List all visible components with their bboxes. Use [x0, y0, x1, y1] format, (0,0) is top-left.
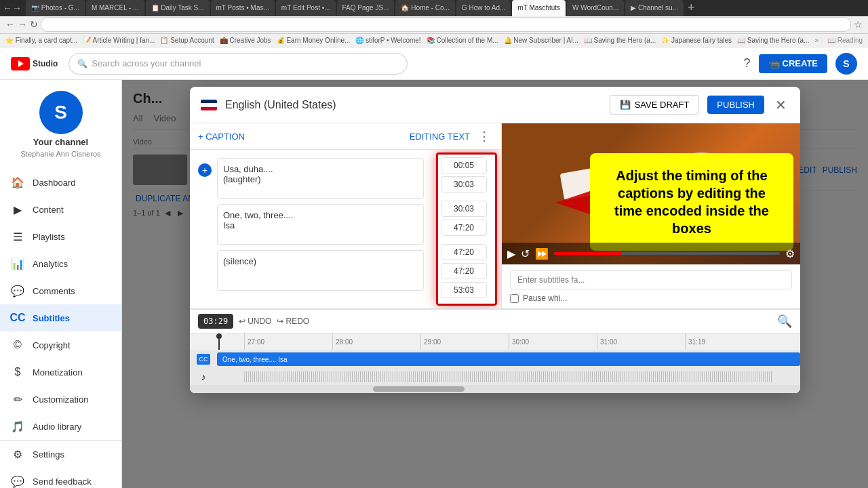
edit-as-text-button[interactable]: EDITING TEXT	[410, 131, 470, 142]
bookmark-stifor[interactable]: 🌐 stiforP • Welcome!	[355, 37, 420, 44]
captions-content: + Usa, duha....(laughter) One, two, thre…	[190, 150, 501, 308]
caption-track-icon: CC	[197, 354, 210, 365]
browser-toolbar: ← → ↻ studio.youtube.com/channel/UCiZTDm…	[0, 16, 868, 34]
annotation-box: Adjust the timing of the captions by edi…	[590, 153, 793, 251]
add-caption-1[interactable]: +	[198, 163, 212, 177]
browser-tab-how[interactable]: G How to Ad...	[456, 0, 511, 16]
sidebar-item-playlists[interactable]: ☰ Playlists	[0, 223, 121, 250]
refresh-icon[interactable]: ↻	[30, 19, 38, 30]
undo-icon: ↩	[239, 317, 245, 326]
sidebar-item-content[interactable]: ▶ Content	[0, 196, 121, 223]
timeline-ruler: 27:00 28:00 29:00 30:00 31:00 31:19	[190, 333, 800, 350]
bookmark-finally[interactable]: ⭐ Finally, a card capt...	[5, 37, 77, 44]
modal-title: English (United States)	[225, 99, 601, 111]
video-background: Adjust the timing of the captions by edi…	[502, 123, 800, 264]
search-bar[interactable]: 🔍 Search across your channel	[68, 53, 408, 75]
browser-tab-word[interactable]: W WordCoun...	[567, 0, 624, 16]
redo-button[interactable]: ↪ REDO	[277, 317, 309, 326]
browser-tab-posts[interactable]: mT Posts • Mas...	[211, 0, 275, 16]
address-bar[interactable]: studio.youtube.com/channel/UCiZTDmRoDOLN…	[41, 17, 851, 32]
sidebar-item-subtitles[interactable]: CC Subtitles	[0, 304, 121, 331]
browser-tab-home[interactable]: 🏠 Home - Co...	[395, 0, 454, 16]
sidebar-item-monetization[interactable]: $ Monetization	[0, 359, 121, 386]
sidebar: S Your channel Stephanie Ann Cisneros 🏠 …	[0, 80, 122, 488]
undo-button[interactable]: ↩ UNDO	[239, 317, 271, 326]
caption-text-2[interactable]: One, two, three....Isa	[217, 204, 424, 245]
bookmark-article[interactable]: 📝 Article Writing | fan...	[83, 37, 155, 44]
bookmark-fairy[interactable]: ✨ Japanese fairy tales	[661, 37, 732, 44]
forward-icon[interactable]: →	[18, 19, 27, 30]
browser-tab-edit[interactable]: mT Edit Post •...	[276, 0, 336, 16]
sidebar-avatar-letter: S	[54, 102, 67, 123]
time-box-2-end[interactable]	[441, 220, 487, 236]
rewind-button[interactable]: ↺	[521, 247, 530, 260]
user-avatar[interactable]: S	[835, 53, 857, 75]
bookmark-saving2[interactable]: 📖 Saving the Hero (a...	[737, 37, 810, 44]
browser-tab-channel[interactable]: ▶ Channel su...	[625, 0, 684, 16]
time-box-1-end[interactable]	[441, 176, 487, 192]
sidebar-item-comments[interactable]: 💬 Comments	[0, 277, 121, 304]
redo-label: REDO	[285, 317, 309, 326]
caption-item-3: (silence)	[190, 247, 432, 293]
comments-icon: 💬	[11, 284, 24, 298]
time-box-3-end1[interactable]	[441, 263, 487, 279]
bookmark-creative[interactable]: 💼 Creative Jobs	[220, 37, 271, 44]
captions-toolbar: + CAPTION EDITING TEXT ⋮	[190, 123, 501, 150]
video-controls: ▶ ↺ ⏩ ⚙	[502, 243, 800, 264]
sidebar-item-copyright[interactable]: © Copyright	[0, 331, 121, 359]
sidebar-item-dashboard[interactable]: 🏠 Dashboard	[0, 169, 121, 196]
ruler-mark-30: 30:00	[509, 333, 597, 350]
star-icon[interactable]: ☆	[854, 19, 863, 30]
browser-tab-marcel[interactable]: M MARCEL - ...	[86, 0, 144, 16]
camera-icon: 📹	[768, 58, 780, 69]
skip-button[interactable]: ⏩	[535, 247, 549, 260]
time-box-3-end2[interactable]	[441, 282, 487, 298]
bookmark-collection[interactable]: 📚 Collection of the M...	[427, 37, 498, 44]
caption-text-3[interactable]: (silence)	[217, 250, 424, 291]
sidebar-item-feedback[interactable]: 💬 Send feedback	[0, 468, 121, 488]
yt-studio-header: Studio 🔍 Search across your channel ? 📹 …	[0, 47, 868, 80]
captions-panel: + CAPTION EDITING TEXT ⋮	[190, 123, 502, 308]
publish-button[interactable]: PUBLISH	[707, 96, 764, 114]
bookmark-subscriber[interactable]: 🔔 New Subscriber | Al...	[504, 37, 578, 44]
time-box-3-start[interactable]	[441, 244, 487, 260]
browser-tab-daily[interactable]: 📋 Daily Task S...	[146, 0, 210, 16]
sidebar-label-comments: Comments	[33, 286, 75, 296]
browser-tab-maschtuts[interactable]: mT Maschtuts	[512, 0, 566, 16]
more-bookmarks[interactable]: »	[814, 37, 818, 44]
browser-tab-faq[interactable]: FAQ Page JS...	[337, 0, 395, 16]
modal-header: English (United States) 💾 SAVE DRAFT PUB…	[190, 87, 800, 123]
play-button[interactable]: ▶	[507, 247, 515, 260]
time-box-1-start[interactable]	[441, 157, 487, 174]
help-icon[interactable]: ?	[744, 56, 751, 70]
browser-tab-photos[interactable]: 📷 Photos - G...	[26, 0, 85, 16]
more-options-button[interactable]: ⋮	[475, 129, 493, 144]
caption-text-1[interactable]: Usa, duha....(laughter)	[217, 158, 424, 199]
scrollbar-thumb[interactable]	[373, 386, 465, 392]
sidebar-item-analytics[interactable]: 📊 Analytics	[0, 250, 121, 277]
caption-item-2: One, two, three....Isa	[190, 201, 432, 247]
edit-as-text-label: EDITING TEXT	[410, 131, 470, 142]
sidebar-item-settings[interactable]: ⚙ Settings	[0, 441, 121, 468]
pause-checkbox[interactable]	[510, 294, 519, 303]
dashboard-icon: 🏠	[11, 176, 24, 189]
pause-checkbox-row: Pause whi...	[510, 293, 792, 303]
bookmark-earn[interactable]: 💰 Earn Money Online...	[277, 37, 351, 44]
save-draft-button[interactable]: 💾 SAVE DRAFT	[610, 95, 700, 115]
create-button[interactable]: 📹 CREATE	[759, 54, 827, 73]
sidebar-item-audio[interactable]: 🎵 Audio library	[0, 413, 121, 440]
progress-bar[interactable]	[554, 252, 780, 255]
progress-fill	[554, 252, 622, 255]
bookmark-setup[interactable]: 📋 Setup Account	[160, 37, 214, 44]
reading-list[interactable]: 📖 Reading	[827, 37, 863, 44]
close-modal-button[interactable]: ✕	[772, 97, 789, 113]
music-icon: ♪	[201, 371, 206, 382]
zoom-icon[interactable]: 🔍	[777, 314, 792, 329]
add-caption-button[interactable]: + CAPTION	[198, 131, 245, 142]
subtitle-input[interactable]	[510, 270, 792, 289]
settings-video-icon[interactable]: ⚙	[785, 247, 795, 260]
sidebar-item-customization[interactable]: ✏ Customization	[0, 386, 121, 413]
back-icon[interactable]: ←	[5, 19, 15, 30]
time-box-2-start[interactable]	[441, 201, 487, 217]
bookmark-saving1[interactable]: 📖 Saving the Hero (a...	[584, 37, 656, 44]
